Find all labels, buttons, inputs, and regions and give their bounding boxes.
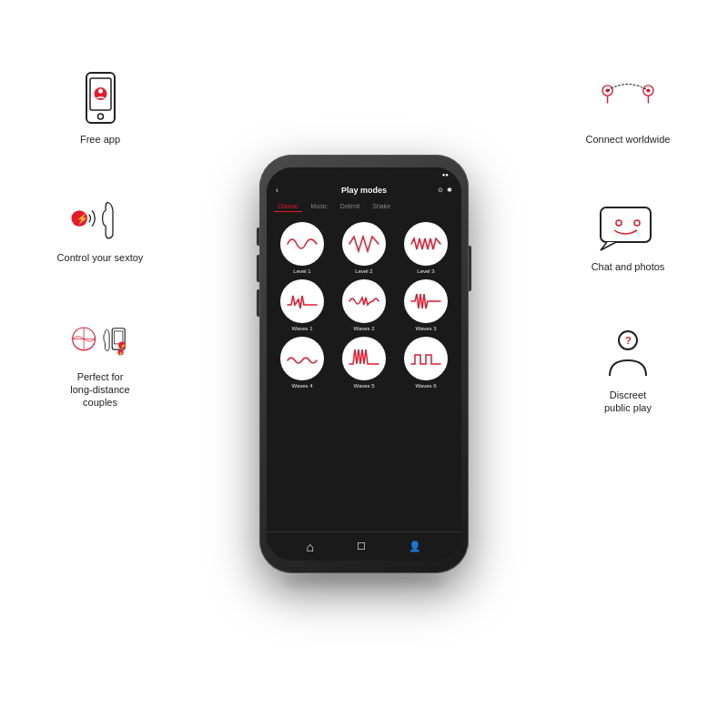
mode-waves4[interactable]: Waves 4 <box>274 337 330 389</box>
bottom-nav: ⌂ ☐ 👤 <box>267 531 461 561</box>
page: Free app ⚡ Control your sextoy <box>0 0 728 728</box>
chat-icon <box>596 200 660 255</box>
chat-label: Chat and photos <box>592 260 665 273</box>
mode-waves1-label: Waves 1 <box>291 326 312 331</box>
connect-icon <box>596 73 660 127</box>
feature-discreet: ? Discreet public play <box>555 329 701 415</box>
nav-profile[interactable]: 👤 <box>409 541 421 552</box>
features-left: Free app ⚡ Control your sextoy <box>27 73 173 409</box>
feature-connect: Connect worldwide <box>555 73 701 146</box>
feature-chat: Chat and photos <box>555 200 701 273</box>
free-app-icon <box>68 73 132 127</box>
svg-point-20 <box>646 88 650 92</box>
tab-music[interactable]: Music <box>308 201 331 212</box>
phone-screen: ●● ‹ Play modes ⊙ ✱ Classic Music Delimi… <box>267 167 461 561</box>
mode-waves4-label: Waves 4 <box>291 383 312 389</box>
svg-point-4 <box>97 114 103 119</box>
tab-shake[interactable]: Shake <box>369 201 394 212</box>
long-distance-icon: ⚡ ⚡ <box>68 310 132 365</box>
status-icons: ●● <box>442 172 449 177</box>
mode-waves5[interactable]: Waves 5 <box>336 337 392 389</box>
long-distance-label: Perfect for long-distance couples <box>70 370 129 410</box>
discreet-label: Discreet public play <box>604 389 652 415</box>
svg-rect-22 <box>601 207 651 242</box>
phone-outer: ●● ‹ Play modes ⊙ ✱ Classic Music Delimi… <box>259 155 469 573</box>
mode-level1[interactable]: Level 1 <box>274 222 330 274</box>
mode-waves1[interactable]: Waves 1 <box>274 279 330 331</box>
nav-home[interactable]: ⌂ <box>307 540 314 554</box>
mode-waves2-label: Waves 2 <box>353 326 374 331</box>
settings-icon[interactable]: ⊙ <box>438 187 443 194</box>
tab-delimit[interactable]: Delimit <box>337 201 363 212</box>
phone-notch <box>337 167 391 178</box>
svg-text:?: ? <box>625 335 632 346</box>
control-icon: ⚡ <box>68 191 132 246</box>
control-label: Control your sextoy <box>57 251 144 264</box>
svg-text:⚡: ⚡ <box>120 342 126 349</box>
mode-waves3-label: Waves 3 <box>415 326 436 331</box>
svg-point-23 <box>616 220 622 226</box>
mode-waves5-label: Waves 5 <box>353 383 374 389</box>
header-title: Play modes <box>290 186 438 195</box>
features-right: Connect worldwide Chat and photos <box>555 73 701 414</box>
tabs-row: Classic Music Delimit Shake <box>267 198 461 215</box>
mode-waves2[interactable]: Waves 2 <box>336 279 392 331</box>
svg-text:⚡: ⚡ <box>118 350 124 357</box>
mode-level2[interactable]: Level 2 <box>336 222 392 274</box>
free-app-label: Free app <box>80 133 120 146</box>
phone-reflection <box>282 573 446 592</box>
phone: ●● ‹ Play modes ⊙ ✱ Classic Music Delimi… <box>259 155 469 573</box>
back-button[interactable]: ‹ <box>276 186 290 195</box>
app-header: ‹ Play modes ⊙ ✱ <box>267 182 461 198</box>
nav-chat[interactable]: ☐ <box>357 541 366 552</box>
modes-grid: Level 1 Level 2 <box>267 215 461 396</box>
connect-label: Connect worldwide <box>586 133 671 146</box>
feature-long-distance: ⚡ ⚡ Perfect for long-distance couples <box>27 310 173 410</box>
feature-control: ⚡ Control your sextoy <box>27 191 173 264</box>
bluetooth-icon[interactable]: ✱ <box>447 187 452 194</box>
svg-point-24 <box>634 220 640 226</box>
mode-level3-label: Level 3 <box>417 268 434 274</box>
discreet-icon: ? <box>596 329 660 383</box>
mode-waves3[interactable]: Waves 3 <box>398 279 454 331</box>
svg-point-3 <box>98 88 103 93</box>
mode-waves6-label: Waves 6 <box>415 383 436 389</box>
mode-waves6[interactable]: Waves 6 <box>398 337 454 389</box>
tab-classic[interactable]: Classic <box>274 201 302 212</box>
svg-text:⚡: ⚡ <box>76 213 89 225</box>
mode-level2-label: Level 2 <box>355 268 372 274</box>
header-actions: ⊙ ✱ <box>438 187 452 194</box>
mode-level1-label: Level 1 <box>293 268 310 274</box>
feature-free-app: Free app <box>27 73 173 146</box>
mode-level3[interactable]: Level 3 <box>398 222 454 274</box>
